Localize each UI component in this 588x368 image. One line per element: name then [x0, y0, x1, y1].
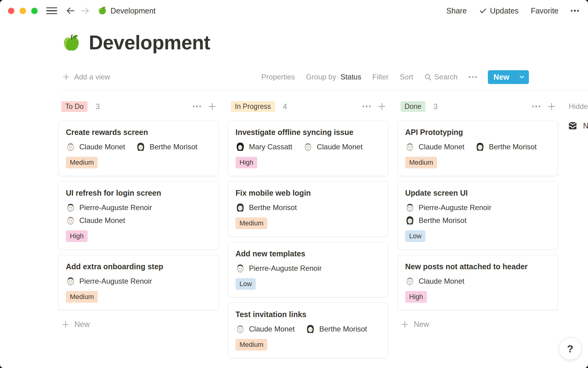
- avatar-claude-monet: [405, 142, 415, 151]
- column-in-progress: In Progress 4 Investigate offline syncin…: [228, 101, 388, 368]
- favorite-button[interactable]: Favorite: [531, 6, 558, 15]
- assignee: Pierre-Auguste Renoir: [66, 276, 152, 286]
- hidden-group-no-status[interactable]: No Status: [567, 120, 588, 131]
- card-create-rewards-screen[interactable]: Create rewards screen Claude Monet Berth…: [58, 121, 219, 176]
- properties-button[interactable]: Properties: [262, 73, 295, 81]
- check-icon: [479, 7, 487, 15]
- plus-icon: [62, 73, 70, 81]
- priority-badge: Low: [405, 230, 425, 242]
- inbox-icon: [567, 120, 578, 131]
- back-arrow-icon[interactable]: [65, 6, 76, 16]
- traffic-lights: [8, 8, 38, 14]
- avatar-pierre-auguste-renoir: [66, 276, 75, 286]
- add-card-button[interactable]: New: [61, 320, 219, 329]
- priority-badge: High: [236, 157, 257, 168]
- more-options-icon[interactable]: [571, 10, 579, 12]
- column-done: Done 3 API Prototyping Claude Monet: [398, 101, 558, 329]
- assignee: Berthe Morisot: [136, 142, 197, 151]
- minimize-window-button[interactable]: [20, 8, 26, 14]
- add-view-button[interactable]: Add a view: [62, 73, 110, 81]
- assignee: Claude Monet: [66, 216, 125, 225]
- avatar-mary-cassatt: [236, 142, 245, 151]
- breadcrumb-title: Development: [111, 6, 156, 15]
- assignee: Claude Monet: [236, 324, 295, 334]
- green-apple-icon: [98, 6, 107, 15]
- assignee: Claude Monet: [405, 276, 464, 286]
- avatar-berthe-morisot: [136, 142, 145, 151]
- card-count: 4: [283, 102, 287, 111]
- card-add-extra-onboarding-step[interactable]: Add extra onboarding step Pierre-Auguste…: [58, 255, 219, 310]
- add-card-button[interactable]: New: [401, 320, 558, 329]
- card-fix-mobile-web-login[interactable]: Fix mobile web login Berthe Morisot Medi…: [228, 181, 388, 237]
- breadcrumb: Development: [98, 6, 156, 15]
- page-header: Development: [62, 30, 588, 55]
- kanban-board: To Do 3 Create rewards screen Claude Mon…: [58, 101, 588, 368]
- page-title: Development: [89, 31, 210, 55]
- card-ui-refresh-for-login-screen[interactable]: UI refresh for login screen Pierre-Augus…: [58, 181, 219, 250]
- priority-badge: High: [405, 291, 427, 303]
- priority-badge: Medium: [236, 217, 267, 229]
- forward-arrow-icon[interactable]: [80, 6, 90, 16]
- search-button[interactable]: Search: [424, 73, 458, 81]
- column-add-icon[interactable]: [208, 102, 217, 111]
- priority-badge: Medium: [405, 157, 437, 168]
- column-header: Done 3: [398, 101, 558, 112]
- avatar-berthe-morisot: [475, 142, 485, 151]
- status-pill-to-do[interactable]: To Do: [61, 101, 88, 112]
- column-more-icon[interactable]: [532, 105, 541, 107]
- column-more-icon[interactable]: [363, 105, 371, 107]
- plus-icon: [401, 320, 409, 329]
- toolbar-more-icon[interactable]: [469, 76, 477, 78]
- plus-icon: [61, 320, 70, 329]
- close-window-button[interactable]: [8, 8, 14, 14]
- avatar-claude-monet: [66, 142, 75, 151]
- assignee: Berthe Morisot: [475, 142, 537, 151]
- column-to-do: To Do 3 Create rewards screen Claude Mon…: [58, 101, 219, 329]
- group-by-button[interactable]: Group byStatus: [306, 73, 361, 81]
- column-add-icon[interactable]: [547, 102, 556, 111]
- card-investigate-offline-syncing-issue[interactable]: Investigate offline syncing issue Mary C…: [228, 121, 388, 176]
- help-button[interactable]: ?: [559, 337, 582, 360]
- card-api-prototyping[interactable]: API Prototyping Claude Monet Berthe Mori…: [398, 121, 558, 176]
- column-more-icon[interactable]: [193, 105, 201, 107]
- card-count: 3: [433, 102, 438, 111]
- card-count: 3: [96, 102, 100, 111]
- titlebar: Development Share Updates Favorite: [0, 0, 588, 21]
- card-add-new-templates[interactable]: Add new templates Pierre-Auguste Renoir …: [228, 242, 388, 297]
- priority-badge: Medium: [66, 157, 98, 168]
- column-add-icon[interactable]: [377, 102, 386, 111]
- avatar-pierre-auguste-renoir: [236, 263, 245, 273]
- assignee: Berthe Morisot: [236, 203, 297, 212]
- new-button[interactable]: New: [488, 70, 529, 84]
- priority-badge: Medium: [66, 291, 98, 303]
- avatar-claude-monet: [303, 142, 313, 151]
- sort-button[interactable]: Sort: [400, 73, 413, 81]
- titlebar-actions: Share Updates Favorite: [446, 6, 579, 15]
- card-update-screen-ui[interactable]: Update screen UI Pierre-Auguste Renoir B…: [398, 181, 558, 250]
- avatar-berthe-morisot: [405, 216, 415, 225]
- menu-icon[interactable]: [45, 6, 58, 16]
- hidden-columns-label: Hidden columns: [567, 101, 588, 112]
- avatar-claude-monet: [66, 216, 75, 225]
- toolbar-actions: Properties Group byStatus Filter Sort Se…: [262, 70, 529, 84]
- avatar-claude-monet: [405, 276, 415, 286]
- status-pill-in-progress[interactable]: In Progress: [231, 101, 275, 112]
- avatar-claude-monet: [236, 324, 245, 334]
- avatar-pierre-auguste-renoir: [66, 203, 75, 212]
- chevron-down-icon[interactable]: [514, 70, 529, 84]
- updates-button[interactable]: Updates: [479, 6, 518, 15]
- column-header: In Progress 4: [228, 101, 388, 112]
- filter-button[interactable]: Filter: [372, 73, 389, 81]
- card-new-posts-not-attached-to-header[interactable]: New posts not attached to header Claude …: [398, 255, 558, 310]
- assignee: Claude Monet: [303, 142, 362, 151]
- assignee: Mary Cassatt: [236, 142, 292, 151]
- assignee: Claude Monet: [405, 142, 464, 151]
- status-pill-done[interactable]: Done: [401, 101, 425, 112]
- assignee: Claude Monet: [66, 142, 125, 151]
- priority-badge: Medium: [236, 339, 267, 351]
- zoom-window-button[interactable]: [31, 8, 38, 14]
- avatar-pierre-auguste-renoir: [405, 203, 415, 212]
- question-mark-icon: ?: [567, 343, 574, 355]
- share-button[interactable]: Share: [446, 6, 467, 15]
- card-test-invitation-links[interactable]: Test invitation links Claude Monet Berth…: [228, 303, 388, 358]
